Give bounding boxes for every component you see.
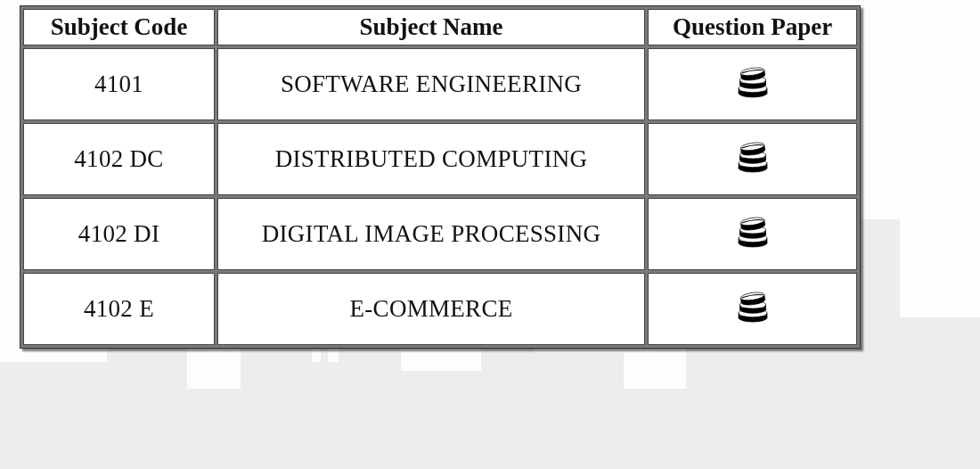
svg-rect-7 — [401, 371, 481, 469]
svg-rect-2 — [187, 389, 241, 469]
table-row: 4101SOFTWARE ENGINEERING — [23, 48, 857, 120]
svg-rect-9 — [535, 353, 624, 469]
cell-subject-name: E-COMMERCE — [217, 273, 645, 345]
cell-subject-name: DIGITAL IMAGE PROCESSING — [217, 198, 645, 270]
cell-question-paper — [648, 123, 857, 195]
question-paper-link[interactable] — [733, 138, 772, 174]
table-row: 4102 DCDISTRIBUTED COMPUTING — [23, 123, 857, 195]
header-subject-name: Subject Name — [217, 9, 645, 45]
cell-subject-code: 4101 — [23, 48, 215, 120]
header-question-paper: Question Paper — [648, 9, 857, 45]
header-subject-code: Subject Code — [23, 9, 215, 45]
cell-subject-name: SOFTWARE ENGINEERING — [217, 48, 645, 120]
books-icon — [733, 138, 772, 174]
cell-subject-code: 4102 DC — [23, 123, 215, 195]
cell-subject-code: 4102 DI — [23, 198, 215, 270]
books-icon — [733, 63, 772, 99]
table-row: 4102 EE-COMMERCE — [23, 273, 857, 345]
question-paper-link[interactable] — [733, 288, 772, 324]
svg-rect-0 — [0, 362, 107, 469]
svg-rect-6 — [339, 335, 401, 469]
table-row: 4102 DIDIGITAL IMAGE PROCESSING — [23, 198, 857, 270]
question-paper-link[interactable] — [733, 63, 772, 99]
cell-question-paper — [648, 48, 857, 120]
books-icon — [733, 288, 772, 324]
cell-subject-name: DISTRIBUTED COMPUTING — [217, 123, 645, 195]
cell-question-paper — [648, 273, 857, 345]
cell-subject-code: 4102 E — [23, 273, 215, 345]
books-icon — [733, 213, 772, 249]
question-paper-link[interactable] — [733, 213, 772, 249]
svg-rect-10 — [624, 389, 686, 469]
cell-question-paper — [648, 198, 857, 270]
subjects-table: Subject Code Subject Name Question Paper… — [20, 5, 861, 349]
